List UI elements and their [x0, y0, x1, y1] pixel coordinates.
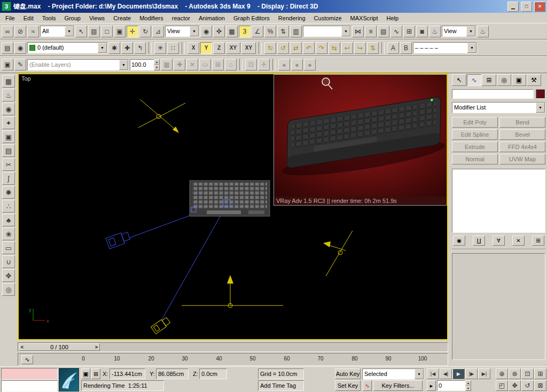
- layer-visibility-icon[interactable]: ◉: [14, 42, 26, 54]
- restrict-z-button[interactable]: Z: [213, 42, 225, 54]
- go-to-end-button[interactable]: ▶|: [478, 369, 490, 379]
- add-time-tag[interactable]: Add Time Tag: [258, 380, 304, 391]
- named-selection-dropdown[interactable]: ▼: [303, 26, 351, 37]
- key-filters-button[interactable]: Key Filters...: [373, 380, 423, 391]
- zoom-region-icon[interactable]: ◰: [496, 380, 508, 391]
- hierarchy-tab[interactable]: ⊞: [482, 74, 496, 86]
- mini-curve-editor-button[interactable]: ∿: [21, 355, 33, 364]
- macro-rotate-ccw-icon[interactable]: ↺: [277, 42, 289, 54]
- layer-manager-icon[interactable]: ▤: [378, 26, 389, 37]
- chevron-down-icon[interactable]: ▼: [415, 369, 424, 379]
- select-by-name-icon[interactable]: ▤: [88, 26, 100, 37]
- active-layer-dropdown[interactable]: 0 (default)▼: [27, 42, 107, 53]
- layer-weight-spinner[interactable]: 100.0▲▼: [130, 59, 160, 70]
- selection-filter-dropdown[interactable]: All▼: [40, 26, 74, 37]
- mirror-icon[interactable]: ⋈: [352, 26, 364, 37]
- create-layer-icon[interactable]: ✱: [108, 42, 120, 54]
- chevron-down-icon[interactable]: ▼: [98, 43, 107, 53]
- disable-anim-layer-icon[interactable]: ⊡: [245, 59, 257, 70]
- material-editor-icon[interactable]: ◙: [416, 26, 428, 37]
- viewport-top[interactable]: Top: [18, 73, 448, 340]
- anim-layers-dropdown[interactable]: (Enable Layers)▼: [27, 59, 129, 70]
- bind-to-space-warp-icon[interactable]: ≈: [27, 26, 39, 37]
- layers-panel-icon[interactable]: ▤: [2, 144, 15, 157]
- camera-icon[interactable]: ◎: [2, 283, 15, 296]
- edit-spline-button[interactable]: Edit Spline: [452, 129, 498, 140]
- maximize-viewport-icon[interactable]: ⊠: [534, 380, 546, 391]
- unlink-selection-icon[interactable]: ⊘: [14, 26, 26, 37]
- absolute-offset-toggle[interactable]: ⊞: [91, 369, 100, 379]
- paste-anim-layer-icon[interactable]: ⊞: [212, 59, 224, 70]
- restrict-x-button[interactable]: X: [187, 42, 199, 54]
- time-step-back-icon[interactable]: <: [19, 344, 25, 350]
- uvw-map-button[interactable]: UVW Map: [499, 154, 545, 164]
- anim-layer-list-icon[interactable]: ▦: [161, 59, 173, 70]
- chevron-down-icon[interactable]: ▼: [341, 26, 350, 36]
- line-style-dropdown[interactable]: – – – – –▼: [413, 42, 477, 53]
- chevron-down-icon[interactable]: ▼: [536, 103, 545, 113]
- anim-layer-props-icon[interactable]: ✛: [258, 59, 270, 70]
- angle-snap-icon[interactable]: ∠: [252, 26, 263, 37]
- macro-recorder-row[interactable]: [1, 368, 58, 380]
- flower-icon[interactable]: ❀: [2, 228, 15, 240]
- make-unique-icon[interactable]: ∀: [493, 236, 505, 246]
- restrict-y-button[interactable]: Y: [200, 42, 212, 54]
- viewport-label[interactable]: Top: [21, 75, 31, 82]
- menu-modifiers[interactable]: Modifiers: [135, 14, 168, 22]
- macro-cycle-icon[interactable]: ⇅: [367, 42, 379, 54]
- delete-anim-layer-icon[interactable]: ✕: [186, 59, 198, 70]
- use-pivot-point-icon[interactable]: ◉: [200, 26, 212, 37]
- modifier-list-dropdown[interactable]: Modifier List ▼: [452, 102, 545, 113]
- select-anim-layer-icon[interactable]: ✎: [14, 59, 26, 70]
- chevron-down-icon[interactable]: ▼: [466, 26, 475, 36]
- close-button[interactable]: ✕: [534, 2, 545, 12]
- zoom-icon[interactable]: ⊕: [496, 369, 508, 379]
- set-key-button[interactable]: Set Key: [335, 380, 361, 391]
- select-layer-icon[interactable]: ↰: [134, 42, 146, 54]
- align-icon[interactable]: ≡: [365, 26, 377, 37]
- menu-group[interactable]: Group: [60, 14, 85, 22]
- time-slider-track[interactable]: < 0 / 100 >: [18, 342, 448, 352]
- zoom-all-icon[interactable]: ⊛: [509, 369, 521, 379]
- menu-maxscript[interactable]: MAXScript: [346, 14, 382, 22]
- indicator-sphere-icon[interactable]: ●: [291, 59, 303, 70]
- menu-reactor[interactable]: reactor: [168, 14, 194, 22]
- x-coordinate-field[interactable]: -113.441cm: [110, 369, 145, 379]
- add-to-layer-icon[interactable]: ✚: [121, 42, 133, 54]
- menu-edit[interactable]: Edit: [19, 14, 38, 22]
- indicator-sphere-icon[interactable]: ●: [278, 59, 290, 70]
- display-panel-icon[interactable]: ▣: [2, 130, 15, 143]
- object-name-field[interactable]: [452, 89, 534, 99]
- array-icon[interactable]: ✳: [154, 42, 166, 54]
- cylinder-icon[interactable]: ▭: [2, 241, 15, 254]
- spinner-snap-icon[interactable]: ⇅: [277, 26, 289, 37]
- play-button[interactable]: ▶: [452, 369, 465, 379]
- rectangular-selection-icon[interactable]: □: [101, 26, 113, 37]
- bevel-button[interactable]: Bevel: [499, 129, 545, 140]
- show-end-result-icon[interactable]: ∐: [473, 236, 485, 246]
- collapse-anim-layer-icon[interactable]: ⌂: [225, 59, 237, 70]
- modify-tab[interactable]: ∿: [467, 74, 481, 86]
- utilities-tab[interactable]: ⚒: [527, 74, 541, 86]
- vray-frame-buffer[interactable]: VRay Adv 1.5 RC3 || render time: 0h 2m 5…: [274, 74, 447, 206]
- keyboard-override-icon[interactable]: ▦: [226, 26, 238, 37]
- select-and-scale-icon[interactable]: ⊿: [152, 26, 164, 37]
- enable-anim-layers-icon[interactable]: ▣: [2, 59, 13, 70]
- pin-stack-icon[interactable]: ◉: [453, 236, 465, 246]
- window-crossing-icon[interactable]: ▣: [114, 26, 126, 37]
- go-to-start-button[interactable]: |◀: [427, 369, 439, 379]
- chevron-down-icon[interactable]: ▼: [119, 60, 128, 70]
- menu-tools[interactable]: Tools: [38, 14, 60, 22]
- selection-set-dropdown[interactable]: Selected ▼: [362, 369, 424, 380]
- next-frame-button[interactable]: |▶: [465, 369, 478, 379]
- menu-rendering[interactable]: Rendering: [274, 14, 310, 22]
- auto-key-button[interactable]: Auto Key: [335, 369, 361, 379]
- quick-render-icon[interactable]: ♨: [477, 26, 489, 37]
- spacing-tool-icon[interactable]: ∷: [167, 42, 179, 54]
- macro-return-icon[interactable]: ↩: [341, 42, 353, 54]
- menu-views[interactable]: Views: [85, 14, 109, 22]
- time-slider[interactable]: < 0 / 100 >: [19, 343, 100, 351]
- titlebar[interactable]: 3 键盘.max - Project Folder: d:\My Documen…: [0, 0, 547, 13]
- menu-help[interactable]: Help: [382, 14, 403, 22]
- zoom-extents-all-icon[interactable]: ⊞: [534, 369, 546, 379]
